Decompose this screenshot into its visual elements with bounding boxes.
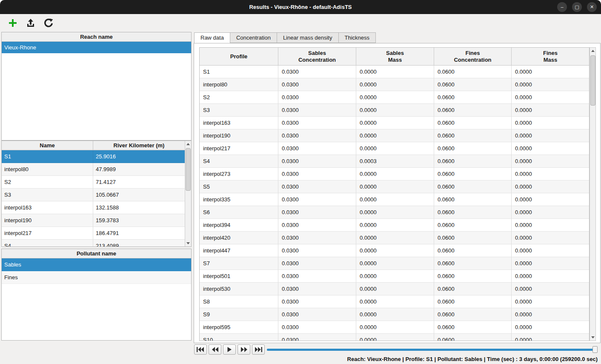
data-row[interactable]: interpol5010.03000.00000.06000.0000 — [200, 270, 589, 283]
tab-raw-data[interactable]: Raw data — [194, 32, 230, 43]
data-row[interactable]: interpol4470.03000.00000.06000.0000 — [200, 244, 589, 257]
profile-row[interactable]: interpol8047.9989 — [2, 163, 191, 176]
pollutant-list-item[interactable]: Fines — [2, 271, 191, 284]
export-button[interactable] — [25, 17, 37, 29]
value-cell: 0.0600 — [434, 66, 512, 78]
data-row[interactable]: S50.03000.00000.06000.0000 — [200, 181, 589, 193]
value-cell: 0.0300 — [278, 270, 356, 283]
skip-to-start-button[interactable] — [194, 344, 207, 355]
value-cell: 0.0000 — [512, 91, 589, 104]
value-cell: 0.0000 — [512, 270, 589, 283]
skip-to-end-button[interactable] — [252, 344, 265, 355]
data-row[interactable]: S10.03000.00000.06000.0000 — [200, 66, 589, 78]
scroll-up-icon[interactable] — [185, 141, 191, 147]
value-cell: 0.0600 — [434, 232, 512, 244]
time-slider-handle[interactable] — [592, 346, 598, 353]
data-row[interactable]: interpol3350.03000.00000.06000.0000 — [200, 193, 589, 206]
profile-row[interactable]: S4213.4089 — [2, 240, 191, 247]
value-cell: 0.0600 — [434, 308, 512, 321]
value-cell: 0.0600 — [434, 270, 512, 283]
profile-row[interactable]: S125.9016 — [2, 150, 191, 163]
profile-row[interactable]: S271.4127 — [2, 176, 191, 189]
data-row[interactable]: S60.03000.00000.06000.0000 — [200, 206, 589, 219]
data-row[interactable]: interpol4200.03000.00000.06000.0000 — [200, 232, 589, 244]
tab-concentration[interactable]: Concentration — [230, 32, 277, 43]
value-cell: 0.0300 — [278, 142, 356, 155]
value-cell: 0.0300 — [278, 334, 356, 341]
window-title: Results - Vieux-Rhône - default-AdisTS — [249, 4, 352, 10]
data-row[interactable]: interpol800.03000.00000.06000.0000 — [200, 78, 589, 91]
scroll-down-icon[interactable] — [590, 334, 596, 341]
value-cell: 0.0000 — [356, 66, 434, 78]
scroll-down-icon[interactable] — [185, 240, 191, 246]
minimize-button[interactable]: – — [557, 2, 567, 12]
time-slider-track[interactable] — [267, 349, 596, 351]
tab-thickness[interactable]: Thickness — [338, 32, 376, 43]
grid-header-fines-mass: Fines Mass — [512, 48, 589, 65]
value-cell: 0.0600 — [434, 219, 512, 232]
profile-row[interactable]: interpol217186.4791 — [2, 227, 191, 240]
data-row[interactable]: S100.03000.00000.06000.0000 — [200, 334, 589, 341]
rewind-icon — [212, 347, 219, 352]
profile-cell: S10 — [200, 334, 278, 341]
profile-name-cell: S3 — [2, 189, 93, 201]
profile-name-cell: S4 — [2, 240, 93, 247]
profile-km-cell: 105.0667 — [93, 189, 185, 201]
data-row[interactable]: interpol5950.03000.00000.06000.0000 — [200, 321, 589, 334]
value-cell: 0.0300 — [278, 91, 356, 104]
value-cell: 0.0000 — [356, 193, 434, 206]
profiles-scrollbar[interactable] — [185, 141, 191, 246]
reach-list-item[interactable]: Vieux-Rhone — [2, 42, 191, 53]
time-slider[interactable] — [267, 346, 598, 353]
value-cell: 0.0600 — [434, 321, 512, 334]
maximize-button[interactable]: ▢ — [572, 2, 582, 12]
profile-cell: interpol420 — [200, 232, 278, 244]
scrollbar-thumb[interactable] — [590, 55, 595, 106]
scrollbar-thumb[interactable] — [186, 148, 191, 191]
value-cell: 0.0000 — [512, 129, 589, 142]
tab-linear-mass-density[interactable]: Linear mass density — [277, 32, 338, 43]
data-row[interactable]: S90.03000.00000.06000.0000 — [200, 308, 589, 321]
close-button[interactable]: ✕ — [587, 2, 597, 12]
profile-name-cell: interpol80 — [2, 163, 93, 176]
window-controls: – ▢ ✕ — [557, 2, 597, 12]
play-button[interactable] — [223, 344, 236, 355]
value-cell: 0.0300 — [278, 117, 356, 129]
value-cell: 0.0300 — [278, 129, 356, 142]
profile-cell: S5 — [200, 181, 278, 193]
data-row[interactable]: interpol5300.03000.00000.06000.0000 — [200, 283, 589, 295]
value-cell: 0.0000 — [356, 308, 434, 321]
profile-row[interactable]: interpol190159.3783 — [2, 214, 191, 227]
pollutant-list-item[interactable]: Sables — [2, 258, 191, 271]
data-row[interactable]: S20.03000.00000.06000.0000 — [200, 91, 589, 104]
data-row[interactable]: S30.03000.00000.06000.0000 — [200, 104, 589, 117]
rewind-button[interactable] — [209, 344, 221, 355]
data-row[interactable]: S80.03000.00000.06000.0000 — [200, 295, 589, 308]
value-cell: 0.0000 — [356, 334, 434, 341]
data-row[interactable]: interpol2730.03000.00000.06000.0000 — [200, 168, 589, 181]
value-cell: 0.0300 — [278, 232, 356, 244]
profile-row[interactable]: interpol163132.1588 — [2, 201, 191, 214]
value-cell: 0.0600 — [434, 257, 512, 270]
value-cell: 0.0000 — [512, 181, 589, 193]
grid-header-fines-concentration: Fines Concentration — [434, 48, 512, 65]
scroll-up-icon[interactable] — [590, 48, 596, 54]
playback-controls — [194, 344, 265, 355]
profile-cell: S4 — [200, 155, 278, 168]
value-cell: 0.0300 — [278, 193, 356, 206]
data-row[interactable]: interpol1630.03000.00000.06000.0000 — [200, 117, 589, 129]
data-row[interactable]: S70.03000.00000.06000.0000 — [200, 257, 589, 270]
data-row[interactable]: interpol1900.03000.00000.06000.0000 — [200, 129, 589, 142]
data-row[interactable]: interpol2170.03000.00000.06000.0000 — [200, 142, 589, 155]
value-cell: 0.0000 — [512, 117, 589, 129]
profile-row[interactable]: S3105.0667 — [2, 189, 191, 201]
grid-scrollbar[interactable] — [590, 47, 596, 341]
add-button[interactable] — [7, 17, 19, 29]
fast-forward-button[interactable] — [238, 344, 250, 355]
value-cell: 0.0600 — [434, 181, 512, 193]
data-row[interactable]: interpol3940.03000.00000.06000.0000 — [200, 219, 589, 232]
refresh-button[interactable] — [43, 17, 54, 29]
pollutant-panel-header: Pollutant name — [2, 249, 191, 258]
profile-km-cell: 159.3783 — [93, 214, 185, 227]
data-row[interactable]: S40.03000.00030.06000.0000 — [200, 155, 589, 168]
